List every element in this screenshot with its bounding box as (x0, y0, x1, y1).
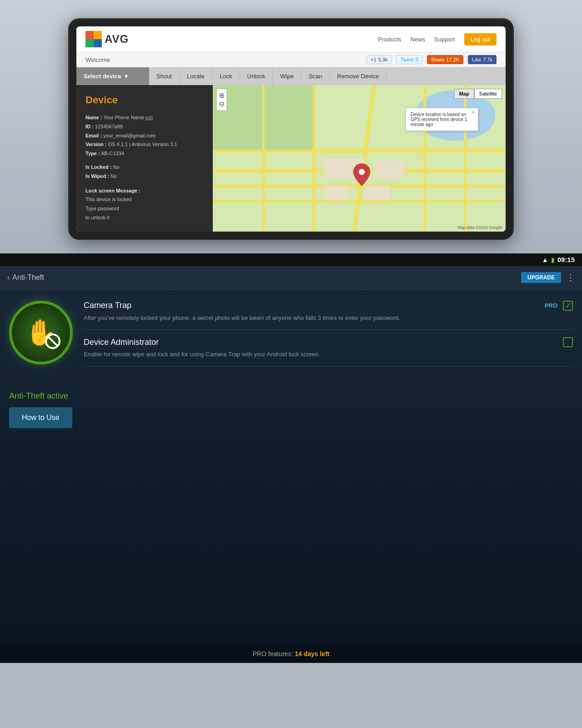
id-label: ID : (85, 124, 94, 129)
like-count: 7.7k (483, 57, 492, 62)
camera-trap-header: Camera Trap PRO (84, 301, 573, 311)
svg-point-22 (359, 169, 365, 175)
svg-rect-3 (94, 39, 102, 47)
gplus-count: 5.3k (378, 57, 388, 62)
device-toolbar: Select device ▾ Shout Locate Lock Unlock… (76, 67, 506, 85)
toolbar-locate[interactable]: Locate (180, 67, 212, 85)
device-admin-checkbox[interactable] (563, 337, 573, 347)
content-area: Device Name : Your Phone Name edit ID : … (76, 85, 506, 232)
toolbar-remove-device[interactable]: Remove Device (330, 67, 387, 85)
locked-label: Is Locked : (85, 164, 111, 170)
device-admin-title: Device Administrator (84, 338, 159, 347)
android-section: ▲ ▮ 09:15 ‹ Anti-Theft UPGRADE ⋮ ✋ (0, 253, 582, 663)
anti-theft-active-label: Anti-Theft active (9, 391, 573, 401)
app-actions: UPGRADE ⋮ (521, 272, 575, 283)
app-content: ✋ Camera Trap PRO After you've remotely … (0, 290, 582, 378)
map-zoom-icon: ⊕⊖ (219, 91, 225, 108)
gplus-button[interactable]: +1 5.3k (366, 55, 391, 64)
nav-support-link[interactable]: Support (434, 36, 455, 43)
svg-rect-2 (85, 39, 94, 47)
type-value: AB-C1234 (101, 151, 124, 156)
avg-header: AVG Products News Support Log out (76, 26, 506, 52)
toolbar-nav: Shout Locate Lock Unlock Wipe Scan Remov… (149, 67, 506, 85)
app-bottom: Anti-Theft active How to Use (0, 378, 582, 442)
svg-rect-16 (264, 85, 313, 150)
like-label: Like (472, 57, 481, 62)
share-button[interactable]: Share 17.2K (427, 55, 463, 64)
lock-screen-msg: This device is lockedType passwordto unl… (85, 197, 132, 220)
device-admin-item: Device Administrator Enable for remote w… (84, 330, 573, 367)
camera-trap-pro-badge: PRO (545, 302, 557, 309)
logout-button[interactable]: Log out (464, 33, 497, 46)
anti-theft-icon: ✋ (9, 301, 73, 364)
avg-logo-icon (85, 31, 102, 47)
app-title: Anti-Theft (12, 273, 44, 282)
type-label: Type : (85, 151, 100, 156)
tweet-count: 0 (416, 57, 418, 62)
more-options-icon[interactable]: ⋮ (567, 273, 575, 283)
map-type-buttons: Map Satellite (454, 89, 502, 99)
feature-list: Camera Trap PRO After you've remotely lo… (84, 301, 573, 367)
id-value: 1234567a89 (95, 124, 123, 129)
share-count: 17.2K (446, 57, 459, 62)
map-panel: ⊕⊖ Map Satellite Device location is base… (213, 85, 506, 232)
like-button[interactable]: Like 7.7k (468, 55, 497, 64)
map-button[interactable]: Map (454, 89, 474, 99)
toolbar-shout[interactable]: Shout (149, 67, 180, 85)
svg-rect-0 (85, 31, 94, 39)
device-info: Name : Your Phone Name edit ID : 1234567… (85, 113, 204, 222)
locked-value: No (113, 164, 120, 170)
device-panel: Device Name : Your Phone Name edit ID : … (76, 85, 213, 232)
share-label: Share (431, 57, 444, 62)
app-back[interactable]: ‹ Anti-Theft (7, 273, 44, 282)
device-title: Device (85, 94, 204, 106)
toolbar-unlock[interactable]: Unlock (240, 67, 273, 85)
svg-rect-20 (364, 186, 389, 200)
lock-screen-label: Lock screen Message : (85, 188, 140, 193)
avg-nav: Products News Support Log out (378, 33, 497, 46)
device-admin-right (563, 337, 573, 347)
camera-trap-desc: After you've remotely locked your phone,… (84, 313, 573, 323)
wiped-value: No (110, 173, 117, 179)
svg-rect-1 (94, 31, 102, 39)
tablet-screen: AVG Products News Support Log out Welcom… (76, 26, 506, 232)
nav-products-link[interactable]: Products (378, 36, 401, 43)
device-admin-desc: Enable for remote wipe and lock and for … (84, 350, 573, 359)
toolbar-lock[interactable]: Lock (212, 67, 240, 85)
wifi-icon: ▲ (542, 256, 548, 263)
camera-trap-item: Camera Trap PRO After you've remotely lo… (84, 301, 573, 330)
svg-rect-19 (324, 186, 349, 200)
toolbar-wipe[interactable]: Wipe (273, 67, 301, 85)
email-value: your_email@gmail.com (103, 133, 156, 138)
select-device-label: Select device (84, 73, 121, 80)
tweet-button[interactable]: Tweet 0 (396, 55, 422, 64)
tablet-frame: AVG Products News Support Log out Welcom… (68, 18, 514, 240)
name-value: Your Phone Name (104, 115, 145, 120)
map-tooltip: Device location is based on GPS received… (406, 108, 478, 131)
select-device-button[interactable]: Select device ▾ (76, 67, 149, 85)
map-svg (213, 85, 506, 232)
map-controls: ⊕⊖ (216, 89, 227, 111)
how-to-use-button[interactable]: How to Use (9, 407, 72, 428)
version-label: Version : (85, 142, 106, 147)
toolbar-scan[interactable]: Scan (301, 67, 330, 85)
svg-rect-18 (374, 161, 405, 178)
social-bar: Welcome +1 5.3k Tweet 0 Share 17.2K Like… (76, 52, 506, 67)
welcome-text: Welcome (85, 56, 110, 63)
nav-news-link[interactable]: News (411, 36, 426, 43)
pro-days: 14 days left (295, 650, 329, 657)
battery-icon: ▮ (551, 256, 555, 263)
satellite-button[interactable]: Satellite (474, 89, 502, 99)
device-admin-header: Device Administrator (84, 337, 573, 347)
status-time: 09:15 (557, 256, 575, 263)
camera-trap-checkbox[interactable] (563, 301, 573, 311)
gplus-label: +1 (371, 57, 376, 62)
upgrade-button[interactable]: UPGRADE (521, 272, 561, 283)
name-label: Name : (85, 115, 102, 120)
avg-logo: AVG (85, 31, 129, 47)
tweet-label: Tweet (400, 57, 413, 62)
version-value: OS 4.1.1 | Antivirus Version 3.1 (108, 142, 177, 147)
edit-link[interactable]: edit (146, 115, 153, 120)
email-label: Email : (85, 133, 102, 138)
camera-trap-right: PRO (545, 301, 573, 311)
